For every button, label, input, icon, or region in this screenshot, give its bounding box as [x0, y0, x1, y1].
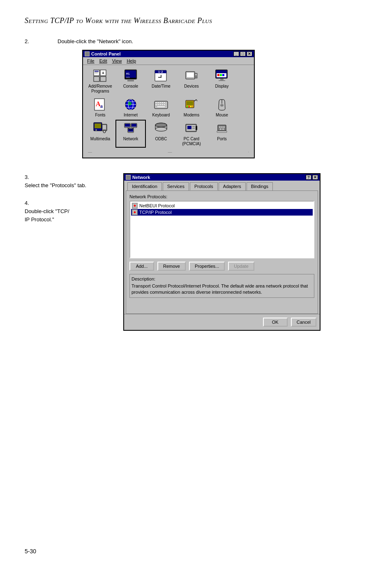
svg-rect-49 — [164, 104, 165, 105]
svg-rect-2 — [95, 72, 99, 72]
tab-services[interactable]: Services — [163, 182, 189, 190]
netbeui-protocol-item[interactable]: NetBEUI Protocol — [131, 202, 313, 209]
ok-button[interactable]: OK — [263, 318, 288, 327]
control-panel-titlebar: Control Panel _ □ ✕ — [83, 51, 254, 57]
network-dialog-title: Network — [132, 175, 150, 180]
add-button[interactable]: Add... — [129, 262, 154, 271]
svg-rect-48 — [161, 104, 163, 105]
svg-rect-64 — [103, 125, 106, 129]
svg-rect-22 — [196, 74, 196, 75]
ports-svg — [214, 121, 229, 136]
cp-item-console[interactable]: MS DOS Console — [117, 68, 145, 94]
cp-label-console: Console — [123, 84, 138, 89]
svg-rect-25 — [217, 71, 226, 73]
tcpip-label: TCP/IP Protocol — [139, 210, 172, 215]
tcpip-protocol-item[interactable]: TCP/IP Protocol — [131, 209, 313, 216]
tab-bindings[interactable]: Bindings — [247, 182, 273, 190]
svg-point-89 — [222, 128, 224, 130]
network-help-button[interactable]: ? — [306, 175, 311, 180]
cp-label-fonts: Fonts — [95, 113, 105, 118]
cp-item-display[interactable]: Display — [208, 68, 236, 94]
properties-button[interactable]: Properties... — [189, 262, 225, 271]
menu-view[interactable]: View — [110, 58, 125, 64]
step-3-item: 3. Select the "Protocols" tab. — [25, 173, 90, 190]
display-svg — [214, 68, 229, 83]
protocols-list: NetBEUI Protocol TCP/IP Protocol — [129, 201, 314, 258]
network-titlebar: Network ? ✕ — [124, 174, 320, 181]
update-button[interactable]: Update — [228, 262, 254, 271]
internet-svg — [123, 97, 138, 112]
svg-rect-61 — [95, 123, 101, 128]
netbeui-label: NetBEUI Protocol — [139, 203, 175, 208]
step-3-number: 3. — [25, 174, 29, 180]
cp-item-keyboard[interactable]: Keyboard — [147, 97, 175, 118]
cp-label-datetime: Date/Time — [152, 84, 171, 89]
svg-point-59 — [220, 104, 224, 107]
svg-rect-29 — [220, 74, 222, 76]
svg-point-54 — [189, 106, 190, 107]
remove-button[interactable]: Remove — [157, 262, 186, 271]
cp-label-display: Display — [215, 84, 229, 89]
cp-label-keyboard: Keyboard — [152, 113, 170, 118]
cp-item-network[interactable]: Network — [117, 121, 145, 146]
cp-item-internet[interactable]: Internet — [117, 97, 145, 118]
steps34-container: 3. Select the "Protocols" tab. 4. Double… — [25, 173, 367, 331]
protocols-label: Network Protocols: — [129, 194, 314, 199]
devices-svg — [184, 68, 199, 83]
cp-item-fonts[interactable]: A a Fonts — [86, 97, 114, 118]
cp-item-ports[interactable]: Ports — [208, 121, 236, 146]
cp-item-pccard[interactable]: PC Card(PCMCIA) — [178, 121, 205, 146]
cp-item-modems[interactable]: Modems — [178, 97, 205, 118]
menu-help[interactable]: Help — [124, 58, 138, 64]
svg-line-57 — [196, 100, 197, 101]
svg-text:DOS: DOS — [126, 76, 130, 79]
svg-rect-80 — [187, 126, 191, 129]
protocol-buttons: Add... Remove Properties... Update — [129, 262, 314, 271]
svg-rect-7 — [100, 77, 106, 81]
tab-protocols[interactable]: Protocols — [190, 182, 218, 190]
multimedia-svg — [93, 121, 108, 136]
minimize-button[interactable]: _ — [233, 51, 239, 56]
cp-item-multimedia[interactable]: Multimedia — [86, 121, 114, 146]
cp-item-odbc[interactable]: ODBC — [147, 121, 175, 146]
cancel-button[interactable]: Cancel — [291, 318, 316, 327]
datetime-icon: 1↑2 — [154, 68, 168, 83]
cp-item-addremove[interactable]: + Add/RemovePrograms — [86, 68, 114, 94]
tab-identification[interactable]: Identification — [127, 182, 162, 190]
network-close-button[interactable]: ✕ — [312, 175, 318, 180]
cp-item-devices[interactable]: Devices — [178, 68, 205, 94]
cp-item-mouse[interactable]: Mouse — [208, 97, 236, 118]
cp-label-pccard: PC Card(PCMCIA) — [182, 137, 201, 146]
cp-item-datetime[interactable]: 1↑2 Date/Time — [147, 68, 175, 94]
mouse-icon — [214, 97, 229, 112]
step-4-item: 4. Double-click "TCP/ IP Protocol." — [25, 199, 90, 223]
menu-bar: File Edit View Help — [83, 57, 254, 65]
tab-adapters[interactable]: Adapters — [219, 182, 246, 190]
svg-rect-27 — [219, 80, 225, 81]
svg-rect-45 — [155, 104, 157, 105]
step-4-number: 4. — [25, 200, 29, 206]
menu-edit[interactable]: Edit — [97, 58, 110, 64]
svg-rect-1 — [95, 71, 99, 72]
step-2-number: 2. — [25, 37, 58, 44]
step-3-text: Select the "Protocols" tab. — [25, 181, 90, 190]
menu-file[interactable]: File — [85, 58, 97, 64]
svg-rect-40 — [155, 102, 157, 103]
network-dialog: Network ? ✕ Identification Services Prot… — [123, 173, 321, 331]
close-button[interactable]: ✕ — [247, 51, 252, 56]
netbeui-icon — [132, 203, 138, 209]
modems-icon — [184, 97, 199, 112]
maximize-button[interactable]: □ — [240, 51, 246, 56]
cp-grid-row1: + Add/RemovePrograms — [86, 68, 251, 94]
description-label: Description: — [131, 276, 312, 282]
svg-rect-21 — [195, 73, 197, 78]
svg-point-65 — [103, 130, 106, 133]
svg-rect-52 — [187, 101, 193, 105]
svg-point-85 — [219, 126, 221, 128]
multimedia-icon — [93, 121, 108, 136]
svg-rect-30 — [222, 74, 224, 76]
control-panel-window: Control Panel _ □ ✕ File Edit View Help — [82, 50, 255, 158]
cp-label-modems: Modems — [184, 113, 199, 118]
svg-point-88 — [220, 128, 221, 130]
svg-rect-28 — [217, 74, 219, 76]
